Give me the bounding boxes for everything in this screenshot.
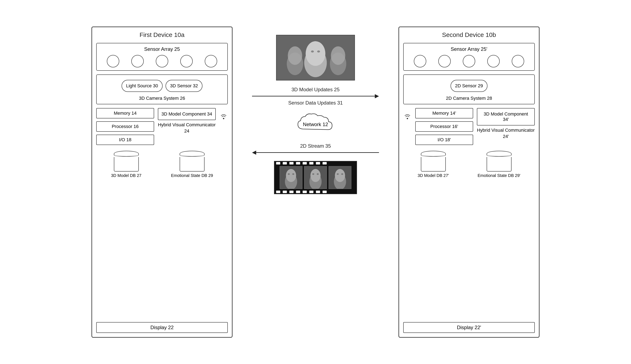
left-wifi-icon [220,112,228,120]
left-camera-title: 3D Camera System 26 [100,96,224,101]
perf-t4 [296,162,300,164]
right-db1-label: 3D Model DB 27' [418,173,449,178]
right-wifi-side [403,108,412,120]
left-sensor-circle-4 [180,55,193,68]
frame2-svg [304,166,327,189]
left-db1-line [114,154,139,156]
svg-point-8 [311,50,314,52]
perf-b1 [276,190,280,193]
svg-point-24 [341,173,343,175]
right-sensor-circle-5 [512,55,524,68]
left-db2: Emotional State DB 29 [171,151,213,178]
right-display: Display 22' [403,322,535,333]
right-camera-title: 2D Camera System 28 [406,96,532,101]
left-db1: 3D Model DB 27 [111,151,142,178]
left-db1-body [114,157,139,172]
film-frame-2 [304,166,327,189]
right-model-component: 3D Model Component 34' [477,108,535,126]
perf-t8 [322,162,327,164]
arrow1-head [375,94,379,98]
right-db2: Emotional State DB 29' [478,151,520,178]
arrow3-head [252,150,256,155]
left-sensor-array: Sensor Array 25 [96,43,228,71]
svg-point-3 [288,46,302,65]
right-processor: Processor 16' [415,121,473,132]
right-device-title: Second Device 10b [403,31,535,38]
left-model-component: 3D Model Component 34 [158,108,216,120]
svg-point-0 [223,118,224,119]
perf-t2 [283,162,287,164]
stream-label: 2D Stream 35 [300,143,331,149]
right-camera-inner: 2D Sensor 29 [406,78,532,94]
right-2d-sensor: 2D Sensor 29 [450,80,488,92]
arrow1-line [252,94,379,98]
left-device-box: First Device 10a Sensor Array 25 Light S… [92,26,232,338]
frame1-svg [280,166,302,189]
right-db1-body [421,157,446,172]
svg-point-22 [335,169,345,182]
svg-point-12 [286,169,296,182]
network-cloud-container: Network 12 [295,112,336,137]
left-sensor-array-title: Sensor Array 25 [99,46,225,52]
face-svg [276,35,354,80]
film-perfs-bottom [274,190,356,194]
right-db1-cylinder [421,151,446,172]
right-db2-body [487,157,512,172]
arrow-3d-model-updates: 3D Model Updates 25 Sensor Data Updates … [245,87,386,106]
left-device-title: First Device 10a [96,31,228,38]
right-wifi-icon [403,112,412,120]
film-strip [274,161,357,194]
perf-b6 [309,190,314,193]
face-image-inner [276,35,354,80]
perf-b4 [296,190,300,193]
left-io: I/O 18 [96,134,154,145]
left-sensor-circles [99,55,225,68]
svg-point-18 [312,173,314,175]
right-sensor-circles [406,55,532,68]
svg-point-25 [407,118,408,119]
right-camera-system: 2D Sensor 29 2D Camera System 28 [403,74,535,104]
left-db1-cylinder [114,151,139,172]
right-memory: Memory 14' [415,108,473,118]
right-db1-line [421,154,446,156]
svg-point-19 [317,173,319,175]
arrow-2d-stream: 2D Stream 35 [245,143,386,155]
right-sensor-circle-1 [414,55,426,68]
right-sensor-array: Sensor Array 25' [403,43,535,71]
film-frame-3 [328,166,352,189]
film-perfs-top [274,161,356,165]
perf-b3 [289,190,294,193]
right-db2-line [487,154,512,156]
right-model-component-container: 3D Model Component 34' Hybrid Visual Com… [477,108,535,140]
left-sensor-circle-3 [156,55,168,68]
left-db-row: 3D Model DB 27 Emotional State DB 29 [96,151,228,178]
left-3d-sensor: 3D Sensor 32 [166,80,203,92]
right-hybrid-label: Hybrid Visual Communicator 24' [477,127,535,140]
perf-t3 [289,162,294,164]
arrow1-shaft [252,96,375,96]
film-frame-1 [280,166,302,189]
svg-point-9 [317,50,320,52]
perf-b7 [316,190,320,193]
left-db2-cylinder [180,151,204,172]
arrow3-line [252,150,379,155]
perf-t1 [276,162,280,164]
svg-point-23 [337,173,339,175]
network-label: Network 12 [303,122,328,127]
left-memory: Memory 14 [96,108,154,118]
frame3-svg [329,166,351,189]
left-sensor-circle-1 [107,55,119,68]
main-layout: First Device 10a Sensor Array 25 Light S… [0,0,631,364]
left-middle-row: Memory 14 Processor 16 I/O 18 3D Model C… [96,108,228,145]
cloud-shape: Network 12 [295,112,336,137]
perf-t5 [303,162,307,164]
film-frames [280,166,352,189]
right-sensor-array-title: Sensor Array 25' [406,46,532,52]
svg-point-5 [306,41,326,66]
left-camera-system: Light Source 30 3D Sensor 32 3D Camera S… [96,74,228,104]
right-sensor-circle-3 [463,55,475,68]
right-middle-row: Memory 14' Processor 16' I/O 18' 3D Mode… [403,108,535,145]
right-sensor-circle-2 [438,55,451,68]
arrow3-shaft [256,152,379,153]
face-image [276,35,355,80]
